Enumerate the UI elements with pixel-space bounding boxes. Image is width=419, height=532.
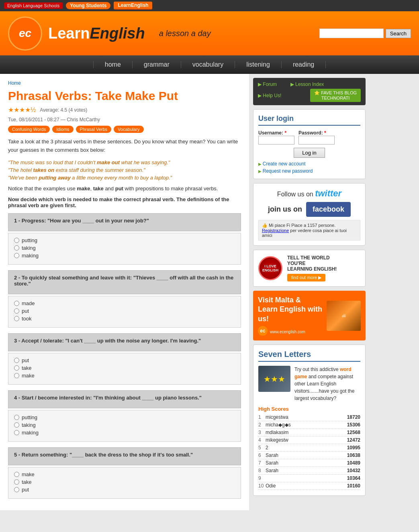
tag-vocabulary[interactable]: Vocabulary <box>114 126 143 133</box>
score-rank: 6 <box>258 453 266 458</box>
malta-box[interactable]: Visit Malta &Learn English with us! ec w… <box>253 291 366 340</box>
sidebar: ▶ Forum ▶ Lesson Index ▶ Help Us! ⭐ FAVE… <box>249 74 370 510</box>
q3-option-take[interactable]: take <box>14 365 235 371</box>
tag-phrasal-verbs[interactable]: Phrasal Verbs <box>76 126 111 133</box>
q2-option-took[interactable]: took <box>14 316 235 322</box>
lesson-index-link[interactable]: ▶ Lesson Index <box>290 82 324 87</box>
malta-text-area: Visit Malta &Learn English with us! ec w… <box>258 296 323 336</box>
question-4-text: 4 - Start / become interested in: "I'm t… <box>14 395 235 401</box>
q4-option-making[interactable]: making <box>14 430 235 436</box>
q2-radio-made[interactable] <box>14 301 19 306</box>
site-logo[interactable]: ec <box>8 16 42 51</box>
q1-radio-taking[interactable] <box>14 245 19 251</box>
help-link[interactable]: ▶ Help Us! <box>258 93 281 98</box>
seven-letters-title: Seven Letters <box>258 350 360 362</box>
q2-option-put[interactable]: put <box>14 308 235 314</box>
learnenglish-label[interactable]: LearnEnglish <box>114 2 152 10</box>
create-account-link[interactable]: Create new account <box>258 161 360 167</box>
score-name: micgestwa <box>266 414 347 420</box>
score-name: micha◆g◆s <box>266 422 347 428</box>
q1-option-taking[interactable]: taking <box>14 245 235 251</box>
login-links: Create new account Request new password <box>258 161 360 174</box>
technorati-button[interactable]: ⭐ FAVE THIS BLOGTECHNORATI <box>310 89 361 102</box>
q2-radio-took[interactable] <box>14 316 19 321</box>
request-password-link[interactable]: Request new password <box>258 168 360 174</box>
score-name: 2 <box>266 445 347 450</box>
score-row: 4mikegestw12472 <box>258 437 360 444</box>
q5-radio-take[interactable] <box>14 479 19 485</box>
nav-grammar[interactable]: grammar <box>133 61 181 68</box>
nav-home[interactable]: home <box>93 61 133 68</box>
q3-option-make[interactable]: make <box>14 373 235 379</box>
q4-radio-putting[interactable] <box>14 415 19 420</box>
header-title-learn: Learn <box>48 25 90 42</box>
q3-radio-take[interactable] <box>14 365 19 371</box>
login-button[interactable]: Log in <box>294 148 325 158</box>
score-row: 5210995 <box>258 445 360 452</box>
badge-learning: LEARNING ENGLISH! <box>287 266 337 272</box>
instruction-text: Now decide which verb is needed to make … <box>8 196 241 208</box>
score-row: 3mdlakasim12568 <box>258 430 360 436</box>
q2-radio-put[interactable] <box>14 308 19 314</box>
q5-radio-put[interactable] <box>14 487 19 492</box>
main-layout: Home Phrasal Verbs: Take Make Put ★★★★½ … <box>0 74 419 510</box>
q1-option-making[interactable]: making <box>14 253 235 259</box>
breadcrumb-home[interactable]: Home <box>8 80 21 86</box>
facebook-row: join us on facebook <box>258 202 360 217</box>
q3-radio-put[interactable] <box>14 358 19 363</box>
ilove-badge: I LOVE ENGLISH <box>258 256 282 280</box>
q5-option-make[interactable]: make <box>14 471 235 477</box>
forum-link[interactable]: ▶ Forum <box>258 82 277 87</box>
q4-option-putting[interactable]: putting <box>14 414 235 420</box>
malta-ec-logo: ec <box>258 326 268 336</box>
search-input[interactable] <box>319 29 384 38</box>
badge-findout-link[interactable]: find out more ▶ <box>287 274 325 281</box>
q3-option-put[interactable]: put <box>14 357 235 363</box>
nav-listening[interactable]: listening <box>235 61 282 68</box>
badge-tell: TELL THE WORLD <box>287 255 337 261</box>
search-area: Search <box>319 29 411 38</box>
word-game-link[interactable]: word game <box>294 367 352 379</box>
password-label: Password: * <box>298 130 326 136</box>
badge-box: I LOVE ENGLISH TELL THE WORLD YOU'RE LEA… <box>253 250 366 287</box>
tag-idioms[interactable]: Idioms <box>52 126 73 133</box>
question-3-text: 3 - Accept / tolerate: "I can't ____ up … <box>14 338 235 344</box>
q4-radio-making[interactable] <box>14 430 19 435</box>
tag-confusing-words[interactable]: Confusing Words <box>8 126 50 133</box>
game-stars-icon: ★★★ <box>264 374 285 384</box>
search-button[interactable]: Search <box>386 29 411 38</box>
questions-area: 1 - Progress: "How are you ____ out in y… <box>8 213 241 499</box>
question-4-box: 4 - Start / become interested in: "I'm t… <box>8 390 241 408</box>
page-title: Phrasal Verbs: Take Make Put <box>8 89 241 103</box>
rating-text: Average: 4.5 (4 votes) <box>40 107 87 113</box>
header: ec LearnEnglish a lesson a day Search <box>0 11 419 55</box>
social-box: Follow us on twitter join us on facebook… <box>253 183 366 246</box>
score-value: 15306 <box>347 422 360 428</box>
q1-radio-making[interactable] <box>14 253 19 258</box>
join-us-text: join us on <box>268 205 302 214</box>
fb-registrazione-link[interactable]: Registrazione <box>262 228 289 233</box>
q5-radio-make[interactable] <box>14 472 19 477</box>
main-nav: home grammar vocabulary listening readin… <box>0 55 419 74</box>
q4-radio-taking[interactable] <box>14 422 19 428</box>
q3-radio-make[interactable] <box>14 373 19 378</box>
password-input[interactable] <box>298 136 335 145</box>
q1-radio-putting[interactable] <box>14 238 19 243</box>
nav-vocabulary[interactable]: vocabulary <box>181 61 235 68</box>
score-rank: 2 <box>258 422 266 428</box>
score-row: 1micgestwa18720 <box>258 414 360 421</box>
q2-option-made[interactable]: made <box>14 300 235 306</box>
login-title: User login <box>258 114 360 126</box>
score-row: 8Sarah10432 <box>258 468 360 475</box>
facebook-button[interactable]: facebook <box>306 202 351 217</box>
q5-option-put[interactable]: put <box>14 487 235 493</box>
nav-reading[interactable]: reading <box>282 61 326 68</box>
breadcrumb: Home <box>8 80 241 86</box>
username-input[interactable] <box>258 136 294 145</box>
young-students-label[interactable]: Young Students <box>66 2 110 9</box>
high-scores-title: High Scores <box>258 406 360 412</box>
q4-option-taking[interactable]: taking <box>14 422 235 428</box>
score-value: 10638 <box>347 453 360 458</box>
q5-option-take[interactable]: take <box>14 479 235 485</box>
q1-option-putting[interactable]: putting <box>14 237 235 243</box>
